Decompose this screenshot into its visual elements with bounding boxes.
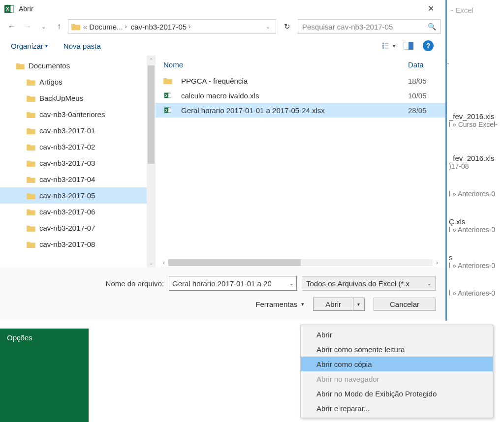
backstage-options[interactable]: Opções xyxy=(7,333,82,342)
menu-item[interactable]: Abrir e reparar... xyxy=(301,401,493,416)
tree-item[interactable]: cav-nb3-0anteriores xyxy=(0,106,156,122)
toolbar: Organizar▾ Nova pasta ▾ ? xyxy=(0,36,445,56)
scroll-right-arrow[interactable]: › xyxy=(433,259,441,266)
recent-locations-button[interactable]: ⌄ xyxy=(36,20,50,33)
search-placeholder: Pesquisar cav-nb3-2017-05 xyxy=(302,23,393,31)
filename-value: Geral horario 2017-01-01 a 20 xyxy=(172,279,272,288)
scroll-left-arrow[interactable]: ‹ xyxy=(159,259,168,266)
tree-item-label: cav-nb3-0anteriores xyxy=(39,110,105,119)
tree-item-label: cav-nb3-2017-08 xyxy=(39,240,95,248)
svg-rect-3 xyxy=(382,43,384,44)
sort-indicator-icon: ⌃ xyxy=(446,62,450,67)
scroll-up-arrow[interactable]: ⌃ xyxy=(147,56,156,64)
tree-item-label: Artigos xyxy=(39,78,63,86)
app-title: - Excel xyxy=(447,6,504,14)
preview-pane-button[interactable] xyxy=(402,40,415,51)
breadcrumb-part-0[interactable]: Docume...› xyxy=(87,23,128,31)
column-headers: Nome⌃ Data xyxy=(156,56,445,73)
open-dropdown-button[interactable]: ▾ xyxy=(353,298,364,310)
tree-scrollbar[interactable]: ⌃ ⌄ xyxy=(147,56,156,267)
behind-items: _fev_2016.xlsl » Curso Excel- _fev_2016.… xyxy=(449,112,504,317)
search-input[interactable]: Pesquisar cav-nb3-2017-05 🔍 xyxy=(298,19,441,34)
menu-item: Abrir no navegador xyxy=(301,371,493,386)
svg-text:X: X xyxy=(165,109,167,112)
refresh-button[interactable]: ↻ xyxy=(280,20,294,33)
tree-item-label: cav-nb3-2017-02 xyxy=(39,143,95,151)
scroll-thumb[interactable] xyxy=(168,259,301,266)
file-list[interactable]: Nome⌃ Data PPGCA - frequência18/05Xcalcu… xyxy=(156,56,445,267)
file-date: 28/05 xyxy=(408,106,438,115)
breadcrumb-part-1[interactable]: cav-nb3-2017-05› xyxy=(129,23,192,31)
tree-item[interactable]: Artigos xyxy=(0,74,156,90)
titlebar: X Abrir ✕ xyxy=(0,0,445,17)
dialog-title: Abrir xyxy=(19,5,420,13)
tree-item[interactable]: cav-nb3-2017-08 xyxy=(0,236,156,252)
tree-item[interactable]: cav-nb3-2017-04 xyxy=(0,171,156,187)
filename-input[interactable]: Geral horario 2017-01-01 a 20 ⌄ xyxy=(169,276,297,291)
view-mode-button[interactable]: ▾ xyxy=(382,40,395,51)
folder-tree[interactable]: Documentos ArtigosBackUpMeuscav-nb3-0ant… xyxy=(0,56,156,267)
tools-dropdown[interactable]: Ferramentas▾ xyxy=(255,300,304,308)
file-row[interactable]: Xcalculo macro ivaldo.xls10/05 xyxy=(156,88,445,103)
scroll-down-arrow[interactable]: ⌄ xyxy=(147,258,156,267)
file-row[interactable]: PPGCA - frequência18/05 xyxy=(156,73,445,88)
help-button[interactable]: ? xyxy=(422,40,435,51)
scroll-thumb[interactable] xyxy=(148,65,155,164)
new-folder-button[interactable]: Nova pasta xyxy=(63,42,101,50)
open-options-menu: AbrirAbrir como somente leituraAbrir com… xyxy=(300,325,493,418)
up-button[interactable]: ↑ xyxy=(52,20,66,33)
svg-rect-7 xyxy=(385,45,389,46)
excel-app-icon: X xyxy=(4,3,15,14)
tree-item[interactable]: BackUpMeus xyxy=(0,90,156,106)
chevron-right-icon: › xyxy=(125,23,127,30)
menu-item[interactable]: Abrir como somente leitura xyxy=(301,342,493,357)
tree-root[interactable]: Documentos xyxy=(0,58,156,74)
dialog-body: Documentos ArtigosBackUpMeuscav-nb3-0ant… xyxy=(0,56,445,267)
open-button[interactable]: Abrir xyxy=(314,298,353,310)
file-row[interactable]: XGeral horario 2017-01-01 a 2017-05-24.x… xyxy=(156,103,445,118)
tree-item[interactable]: cav-nb3-2017-02 xyxy=(0,139,156,155)
menu-item[interactable]: Abrir no Modo de Exibição Protegido xyxy=(301,386,493,401)
tree-item[interactable]: cav-nb3-2017-01 xyxy=(0,122,156,139)
address-dropdown[interactable]: ⌄ xyxy=(263,24,273,30)
filename-label: Nome do arquivo: xyxy=(106,279,164,288)
menu-item[interactable]: Abrir como cópia xyxy=(301,357,493,371)
chevron-right-icon: › xyxy=(189,23,190,30)
cancel-button[interactable]: Cancelar xyxy=(374,298,436,311)
folder-icon xyxy=(71,22,80,31)
tree-item-label: cav-nb3-2017-03 xyxy=(39,159,95,167)
svg-text:X: X xyxy=(165,94,167,97)
svg-text:X: X xyxy=(6,6,9,12)
open-split-button: Abrir ▾ xyxy=(313,298,365,311)
svg-rect-5 xyxy=(382,47,384,49)
chevron-down-icon: ⌄ xyxy=(289,281,293,286)
close-button[interactable]: ✕ xyxy=(420,1,441,16)
tree-item[interactable]: cav-nb3-2017-05 xyxy=(0,187,156,204)
column-name[interactable]: Nome⌃ xyxy=(163,60,408,69)
filter-value: Todos os Arquivos do Excel (*.x xyxy=(306,279,410,288)
svg-rect-13 xyxy=(168,93,171,98)
back-button[interactable]: ← xyxy=(5,20,19,33)
menu-item[interactable]: Abrir xyxy=(301,327,493,342)
tree-item[interactable]: cav-nb3-2017-03 xyxy=(0,155,156,171)
forward-button[interactable]: → xyxy=(21,20,34,33)
search-icon: 🔍 xyxy=(428,23,436,30)
tree-item[interactable]: cav-nb3-2017-06 xyxy=(0,204,156,220)
file-date: 10/05 xyxy=(408,91,438,100)
nav-bar: ← → ⌄ ↑ « Docume...› cav-nb3-2017-05› ⌄ … xyxy=(0,17,445,36)
svg-rect-4 xyxy=(382,45,384,46)
tree-item-label: cav-nb3-2017-01 xyxy=(39,126,95,135)
tree-item-label: cav-nb3-2017-05 xyxy=(39,191,95,200)
file-name: calculo macro ivaldo.xls xyxy=(181,91,259,100)
horizontal-scrollbar[interactable]: ‹ › xyxy=(159,258,441,267)
file-type-filter[interactable]: Todos os Arquivos do Excel (*.x ⌄ xyxy=(302,276,436,291)
organize-button[interactable]: Organizar▾ xyxy=(11,42,48,50)
chevron-down-icon: ▾ xyxy=(301,301,304,307)
address-breadcrumb[interactable]: « Docume...› cav-nb3-2017-05› ⌄ xyxy=(68,19,276,34)
svg-rect-6 xyxy=(385,43,389,44)
column-date[interactable]: Data xyxy=(408,60,438,69)
open-dialog: X Abrir ✕ ← → ⌄ ↑ « Docume...› cav-nb3-2… xyxy=(0,0,447,321)
chevron-down-icon: ⌄ xyxy=(427,281,431,286)
tree-item-label: cav-nb3-2017-06 xyxy=(39,208,95,216)
tree-item[interactable]: cav-nb3-2017-07 xyxy=(0,220,156,236)
